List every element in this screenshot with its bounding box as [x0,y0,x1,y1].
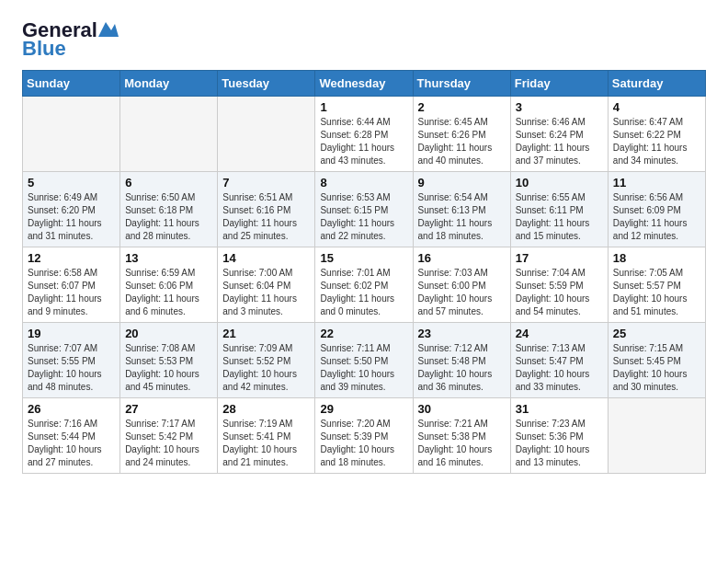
day-number: 15 [320,251,407,265]
empty-cell [218,97,315,172]
day-info: Sunrise: 7:11 AM Sunset: 5:50 PM Dayligh… [320,342,407,394]
day-cell-12: 12Sunrise: 6:58 AM Sunset: 6:07 PM Dayli… [23,247,120,323]
day-info: Sunrise: 6:53 AM Sunset: 6:15 PM Dayligh… [320,191,407,243]
day-cell-6: 6Sunrise: 6:50 AM Sunset: 6:18 PM Daylig… [120,172,218,247]
day-number: 25 [613,327,700,340]
day-cell-5: 5Sunrise: 6:49 AM Sunset: 6:20 PM Daylig… [23,172,120,247]
day-number: 14 [222,251,310,265]
day-number: 19 [28,327,115,340]
day-number: 2 [418,100,506,114]
day-info: Sunrise: 6:50 AM Sunset: 6:18 PM Dayligh… [125,191,212,243]
day-cell-29: 29Sunrise: 7:20 AM Sunset: 5:39 PM Dayli… [315,398,413,474]
day-cell-15: 15Sunrise: 7:01 AM Sunset: 6:02 PM Dayli… [315,247,413,323]
day-cell-24: 24Sunrise: 7:13 AM Sunset: 5:47 PM Dayli… [510,323,608,398]
day-info: Sunrise: 7:13 AM Sunset: 5:47 PM Dayligh… [516,342,603,394]
day-number: 22 [320,327,407,340]
weekday-header-sunday: Sunday [23,71,120,97]
day-info: Sunrise: 6:44 AM Sunset: 6:28 PM Dayligh… [320,116,407,167]
day-info: Sunrise: 7:20 AM Sunset: 5:39 PM Dayligh… [320,418,407,469]
day-number: 5 [28,176,115,190]
day-number: 30 [418,402,506,416]
day-cell-25: 25Sunrise: 7:15 AM Sunset: 5:45 PM Dayli… [608,323,705,398]
day-number: 29 [320,402,407,416]
weekday-header-saturday: Saturday [608,71,705,97]
logo-blue: Blue [22,37,66,61]
day-number: 12 [28,251,115,265]
day-number: 16 [418,251,506,265]
day-cell-27: 27Sunrise: 7:17 AM Sunset: 5:42 PM Dayli… [120,398,218,474]
day-cell-28: 28Sunrise: 7:19 AM Sunset: 5:41 PM Dayli… [218,398,315,474]
empty-cell [608,398,705,474]
day-info: Sunrise: 6:54 AM Sunset: 6:13 PM Dayligh… [418,191,506,243]
week-row-2: 5Sunrise: 6:49 AM Sunset: 6:20 PM Daylig… [23,172,706,247]
day-cell-14: 14Sunrise: 7:00 AM Sunset: 6:04 PM Dayli… [218,247,315,323]
day-info: Sunrise: 6:55 AM Sunset: 6:11 PM Dayligh… [516,191,603,243]
day-info: Sunrise: 7:01 AM Sunset: 6:02 PM Dayligh… [320,267,407,318]
day-number: 6 [125,176,212,190]
weekday-header-monday: Monday [120,71,218,97]
day-info: Sunrise: 7:17 AM Sunset: 5:42 PM Dayligh… [125,418,212,469]
day-cell-9: 9Sunrise: 6:54 AM Sunset: 6:13 PM Daylig… [413,172,510,247]
day-cell-8: 8Sunrise: 6:53 AM Sunset: 6:15 PM Daylig… [315,172,413,247]
day-number: 8 [320,176,407,190]
day-info: Sunrise: 6:58 AM Sunset: 6:07 PM Dayligh… [28,267,115,318]
day-number: 4 [613,100,700,114]
week-row-3: 12Sunrise: 6:58 AM Sunset: 6:07 PM Dayli… [23,247,706,323]
day-cell-22: 22Sunrise: 7:11 AM Sunset: 5:50 PM Dayli… [315,323,413,398]
day-number: 17 [516,251,603,265]
day-cell-21: 21Sunrise: 7:09 AM Sunset: 5:52 PM Dayli… [218,323,315,398]
week-row-4: 19Sunrise: 7:07 AM Sunset: 5:55 PM Dayli… [23,323,706,398]
day-info: Sunrise: 7:00 AM Sunset: 6:04 PM Dayligh… [222,267,310,318]
page-header: General Blue [22,18,706,61]
day-info: Sunrise: 7:19 AM Sunset: 5:41 PM Dayligh… [222,418,310,469]
day-number: 21 [222,327,310,340]
week-row-1: 1Sunrise: 6:44 AM Sunset: 6:28 PM Daylig… [23,97,706,172]
weekday-header-thursday: Thursday [413,71,510,97]
day-number: 27 [125,402,212,416]
day-number: 7 [222,176,310,190]
weekday-header-row: SundayMondayTuesdayWednesdayThursdayFrid… [23,71,706,97]
day-cell-13: 13Sunrise: 6:59 AM Sunset: 6:06 PM Dayli… [120,247,218,323]
day-number: 23 [418,327,506,340]
empty-cell [120,97,218,172]
day-cell-10: 10Sunrise: 6:55 AM Sunset: 6:11 PM Dayli… [510,172,608,247]
day-info: Sunrise: 7:05 AM Sunset: 5:57 PM Dayligh… [613,267,700,318]
day-info: Sunrise: 7:21 AM Sunset: 5:38 PM Dayligh… [418,418,506,469]
day-cell-19: 19Sunrise: 7:07 AM Sunset: 5:55 PM Dayli… [23,323,120,398]
day-cell-31: 31Sunrise: 7:23 AM Sunset: 5:36 PM Dayli… [510,398,608,474]
day-info: Sunrise: 7:15 AM Sunset: 5:45 PM Dayligh… [613,342,700,394]
day-number: 28 [222,402,310,416]
day-info: Sunrise: 7:04 AM Sunset: 5:59 PM Dayligh… [516,267,603,318]
day-number: 1 [320,100,407,114]
day-number: 9 [418,176,506,190]
calendar-table: SundayMondayTuesdayWednesdayThursdayFrid… [22,70,706,474]
day-number: 11 [613,176,700,190]
empty-cell [23,97,120,172]
day-number: 26 [28,402,115,416]
weekday-header-tuesday: Tuesday [218,71,315,97]
week-row-5: 26Sunrise: 7:16 AM Sunset: 5:44 PM Dayli… [23,398,706,474]
day-cell-30: 30Sunrise: 7:21 AM Sunset: 5:38 PM Dayli… [413,398,510,474]
day-cell-26: 26Sunrise: 7:16 AM Sunset: 5:44 PM Dayli… [23,398,120,474]
logo: General Blue [22,18,119,61]
day-number: 3 [516,100,603,114]
day-cell-17: 17Sunrise: 7:04 AM Sunset: 5:59 PM Dayli… [510,247,608,323]
day-cell-11: 11Sunrise: 6:56 AM Sunset: 6:09 PM Dayli… [608,172,705,247]
day-cell-4: 4Sunrise: 6:47 AM Sunset: 6:22 PM Daylig… [608,97,705,172]
day-cell-1: 1Sunrise: 6:44 AM Sunset: 6:28 PM Daylig… [315,97,413,172]
day-number: 20 [125,327,212,340]
day-info: Sunrise: 6:49 AM Sunset: 6:20 PM Dayligh… [28,191,115,243]
day-cell-23: 23Sunrise: 7:12 AM Sunset: 5:48 PM Dayli… [413,323,510,398]
day-info: Sunrise: 6:47 AM Sunset: 6:22 PM Dayligh… [613,116,700,167]
day-info: Sunrise: 6:45 AM Sunset: 6:26 PM Dayligh… [418,116,506,167]
day-number: 18 [613,251,700,265]
weekday-header-wednesday: Wednesday [315,71,413,97]
day-number: 10 [516,176,603,190]
logo-icon [98,20,119,37]
day-info: Sunrise: 7:07 AM Sunset: 5:55 PM Dayligh… [28,342,115,394]
day-info: Sunrise: 7:23 AM Sunset: 5:36 PM Dayligh… [516,418,603,469]
svg-marker-0 [98,22,119,37]
day-number: 24 [516,327,603,340]
day-cell-18: 18Sunrise: 7:05 AM Sunset: 5:57 PM Dayli… [608,247,705,323]
weekday-header-friday: Friday [510,71,608,97]
